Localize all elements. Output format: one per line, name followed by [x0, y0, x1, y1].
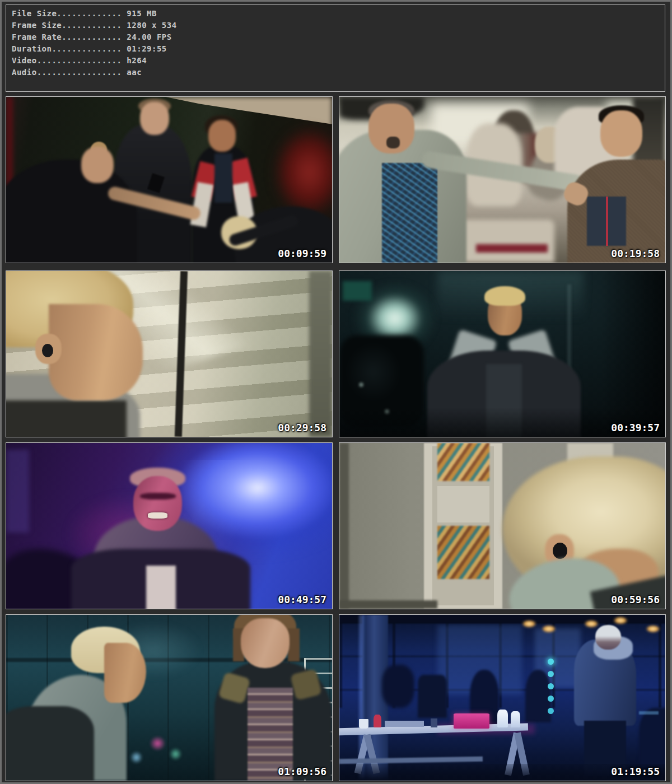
scene3-right-shade [309, 271, 332, 437]
scene6-left-shadow [339, 443, 349, 609]
scene8-person-silhouette-2 [525, 670, 552, 723]
scene8-water-bottle [511, 711, 520, 728]
timestamp-overlay: 00:19:58 [611, 249, 660, 259]
scene2-patterned-shirt [382, 163, 437, 263]
scene7-tall-man-face [241, 618, 290, 668]
file-info-line-framerate: Frame Rate............ 24.00 FPS [12, 31, 659, 43]
scene1-jacket-navy-center [214, 153, 232, 203]
scene7-hair-lock-right [288, 628, 299, 661]
scene2-red-zipper [606, 197, 609, 246]
timestamp-overlay: 00:49:57 [278, 595, 326, 605]
scene8-grill-silhouette [418, 675, 447, 718]
scene7-dark-jacket [6, 706, 94, 781]
scene1-red-light [273, 127, 333, 218]
screenshot-thumbnail-5: 00:49:57 [6, 442, 333, 609]
scene8-car-highlight [639, 711, 659, 715]
screenshot-thumbnail-8: 01:19:55 [339, 614, 666, 781]
scene8-water-bottle [497, 710, 508, 728]
file-info-line-video: Video................. h264 [12, 55, 659, 67]
scene5-lit-face [133, 476, 182, 531]
scene8-paper-stack [385, 721, 424, 726]
scene1-man-head [140, 102, 169, 135]
timestamp-overlay: 01:19:55 [611, 767, 660, 777]
timestamp-overlay: 00:39:57 [611, 423, 660, 433]
scene5-white-shirt [146, 566, 175, 609]
timestamp-overlay: 00:29:58 [278, 423, 326, 433]
scene4-teal-sign [343, 281, 372, 301]
scene2-goatee [386, 137, 399, 148]
scene7-blue-bokeh [130, 751, 143, 764]
screenshot-thumbnail-6: 00:59:56 [339, 442, 666, 609]
scene2-seat-back [457, 220, 555, 263]
scene8-pink-box [454, 713, 489, 729]
scene5-left-panel [6, 450, 29, 533]
scene4-blond-hair [484, 286, 525, 306]
timestamp-overlay: 00:09:59 [278, 249, 326, 259]
preview-sheet: File Size............. 915 MB Frame Size… [0, 0, 672, 784]
scene8-equipment-silhouette [382, 665, 414, 708]
scene8-warm-lamp [542, 625, 556, 633]
scene8-small-bottle [431, 718, 437, 727]
scene8-ketchup-bottle [374, 715, 381, 728]
file-info-line-audio: Audio................. aac [12, 67, 659, 78]
scene2-tweed-man-head [600, 110, 643, 157]
file-info-line-duration: Duration.............. 01:29:55 [12, 43, 659, 55]
scene8-man-bowed-head [595, 625, 622, 650]
scene3-face-profile [49, 304, 143, 400]
scene8-paper-cup [359, 719, 368, 728]
scene8-warm-lamp [646, 625, 660, 633]
scene1-foreground-man-head [81, 147, 114, 183]
scene5-brow-shadow [140, 493, 176, 500]
file-info-line-filesize: File Size............. 915 MB [12, 8, 659, 20]
scene6-artwork-lower [437, 526, 489, 579]
scene8-car-silhouette [639, 708, 666, 768]
scene8-warm-lamp [613, 617, 628, 624]
scene1-foreground-man [6, 160, 137, 263]
scene7-magenta-bokeh [150, 736, 166, 751]
timestamp-overlay: 01:09:56 [278, 767, 326, 777]
screenshot-thumbnail-1: 00:09:59 [6, 96, 333, 263]
scene6-blank-panel [437, 486, 489, 522]
scene7-profile-face [104, 643, 147, 703]
scene7-green-bokeh [169, 748, 182, 761]
timestamp-overlay: 00:59:56 [611, 595, 660, 605]
scene8-warm-lamp [522, 620, 536, 628]
file-info-line-framesize: Frame Size............ 1280 x 534 [12, 20, 659, 31]
scene6-artwork-upper [437, 443, 489, 481]
screenshot-thumbnail-4: 00:39:57 [339, 270, 666, 437]
screenshot-thumbnail-2: 00:19:58 [339, 96, 666, 263]
scene2-red-floor [476, 244, 548, 253]
scene6-floor [339, 600, 437, 609]
screenshot-thumbnail-3: 00:29:58 [6, 270, 333, 437]
file-info-panel: File Size............. 915 MB Frame Size… [6, 4, 665, 92]
scene5-grimace-teeth [148, 512, 167, 518]
scene4-door-edge [567, 284, 571, 376]
scene8-warm-lamp [584, 620, 599, 628]
scene1-woman-head [208, 120, 236, 151]
scene3-dark-jacket [6, 400, 127, 437]
screenshot-thumbnail-7: 01:09:56 [6, 614, 333, 781]
